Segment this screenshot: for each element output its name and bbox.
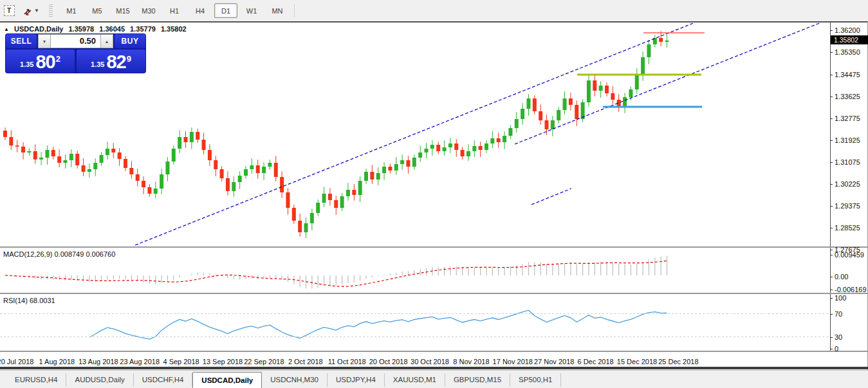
candle-body <box>106 149 109 155</box>
candle-body <box>57 156 61 163</box>
volume-increase-button[interactable]: ▲ <box>100 34 113 48</box>
price-axis-label: 1.36200 <box>835 26 860 34</box>
macd-axis-tick <box>830 255 833 255</box>
sell-button[interactable]: SELL <box>6 34 37 48</box>
candle-body <box>256 165 260 173</box>
date-axis-label: 8 Nov 2018 <box>453 358 489 365</box>
date-axis-label: 6 Dec 2018 <box>577 358 613 365</box>
timeframe-button-m30[interactable]: M30 <box>137 3 160 18</box>
chart-tab-usdjpy[interactable]: USDJPY,H4 <box>328 373 385 387</box>
chart-tab-gbpusd[interactable]: GBPUSD,M15 <box>445 373 510 387</box>
timeframe-button-w1[interactable]: W1 <box>240 3 263 18</box>
volume-input[interactable]: 0.50 <box>51 34 100 48</box>
chart-tab-eurusd[interactable]: EURUSD,H4 <box>6 373 66 387</box>
timeframe-button-h1[interactable]: H1 <box>163 3 186 18</box>
candle-body <box>472 146 476 151</box>
candle-body <box>184 137 188 142</box>
chart-canvas[interactable] <box>0 21 868 370</box>
candle-body <box>129 168 133 174</box>
candle-body <box>310 213 314 223</box>
timeframe-button-h4[interactable]: H4 <box>189 3 212 18</box>
quote-open: 1.35978 <box>68 25 94 33</box>
text-tool-button[interactable]: T <box>1 3 17 19</box>
tile-windows-button[interactable]: ▼ <box>19 3 43 19</box>
chart-tab-usdcnh[interactable]: USDCNH,M30 <box>262 373 328 387</box>
candle-body <box>238 176 242 182</box>
date-axis-label: 23 Aug 2018 <box>120 358 160 365</box>
toolbar-grip <box>49 5 53 17</box>
price-axis-tick <box>830 250 833 250</box>
volume-decrease-button[interactable]: ▼ <box>38 34 51 48</box>
timeframe-button-d1[interactable]: D1 <box>214 3 237 18</box>
price-axis-tick <box>830 140 833 141</box>
candle-body <box>539 111 542 120</box>
candle-body <box>232 182 235 191</box>
candle-body <box>647 44 651 57</box>
candle-body <box>400 160 404 164</box>
candle-body <box>557 110 560 120</box>
timeframe-button-m1[interactable]: M1 <box>60 3 83 18</box>
toolbar-separator <box>294 5 295 17</box>
timeframe-button-m5[interactable]: M5 <box>86 3 109 18</box>
candle-body <box>9 137 13 145</box>
price-axis-label: 1.33625 <box>835 93 860 100</box>
candle-body <box>178 137 181 149</box>
candle-body <box>587 80 591 102</box>
candle-body <box>461 150 465 156</box>
macd-axis-tick <box>830 290 833 290</box>
timeframe-button-m15[interactable]: M15 <box>111 3 134 18</box>
candle-body <box>659 38 663 42</box>
price-axis-label: 1.35350 <box>835 48 860 56</box>
sell-price-display[interactable]: 1.35 80 2 <box>6 50 75 73</box>
chart-symbol-label: USDCAD,Daily <box>14 25 63 33</box>
candle-body <box>298 221 302 232</box>
candle-body <box>244 169 248 176</box>
candle-body <box>100 155 104 163</box>
chevron-down-icon: ▼ <box>34 8 39 14</box>
candle-body <box>69 154 73 160</box>
chart-tab-xauusd[interactable]: XAUUSD,M1 <box>385 373 445 387</box>
chart-tab-usdcad[interactable]: USDCAD,Daily <box>192 372 262 388</box>
buy-button[interactable]: BUY <box>115 34 145 48</box>
subwindow-splitter-macd[interactable] <box>0 246 868 248</box>
chart-tab-sp500[interactable]: SP500,H1 <box>510 373 561 387</box>
date-axis-label: 1 Aug 2018 <box>39 358 75 365</box>
price-axis-tick <box>830 30 833 31</box>
subwindow-splitter-dates <box>0 351 868 352</box>
collapse-triangle-icon[interactable]: ▲ <box>4 26 9 32</box>
candle-body <box>551 120 555 129</box>
candle-body <box>418 152 422 158</box>
candle-body <box>304 223 308 232</box>
one-click-trading-panel: SELL ▼ 0.50 ▲ BUY 1.35 80 2 1.35 82 9 <box>5 33 146 73</box>
date-axis-label: 4 Sep 2018 <box>163 358 199 365</box>
price-axis-label: 1.31075 <box>835 158 860 166</box>
candle-body <box>593 80 596 91</box>
macd-axis-label: 0.00 <box>835 273 848 281</box>
candle-body <box>665 41 669 42</box>
candle-body <box>364 172 368 181</box>
quote-close: 1.35802 <box>161 25 187 33</box>
price-axis-label: 1.31925 <box>835 136 860 144</box>
candle-body <box>15 145 19 147</box>
timeframe-button-mn[interactable]: MN <box>266 3 289 18</box>
candle-body <box>214 160 217 169</box>
date-axis-label: 22 Sep 2018 <box>244 358 284 365</box>
macd-axis-tick <box>830 277 833 277</box>
chart-tab-audusd[interactable]: AUDUSD,Daily <box>66 373 133 387</box>
buy-price-sup: 9 <box>127 54 131 64</box>
buy-price-display[interactable]: 1.35 82 9 <box>77 50 145 73</box>
date-axis-label: 27 Nov 2018 <box>534 358 574 365</box>
date-axis-label: 11 Oct 2018 <box>328 358 366 365</box>
candle-body <box>635 75 639 89</box>
subwindow-splitter-rsi[interactable] <box>0 293 868 294</box>
price-axis-tick <box>830 206 833 207</box>
candle-body <box>136 174 140 181</box>
candle-body <box>406 160 410 167</box>
chart-tab-usdchf[interactable]: USDCHF,H4 <box>134 373 193 387</box>
date-axis-label: 17 Nov 2018 <box>493 358 533 365</box>
date-axis-label: 13 Sep 2018 <box>203 358 243 365</box>
date-axis-label: 13 Aug 2018 <box>78 358 118 365</box>
price-axis-label: 1.29375 <box>835 202 860 210</box>
buy-price-small: 1.35 <box>91 60 104 68</box>
candle-body <box>575 105 578 119</box>
